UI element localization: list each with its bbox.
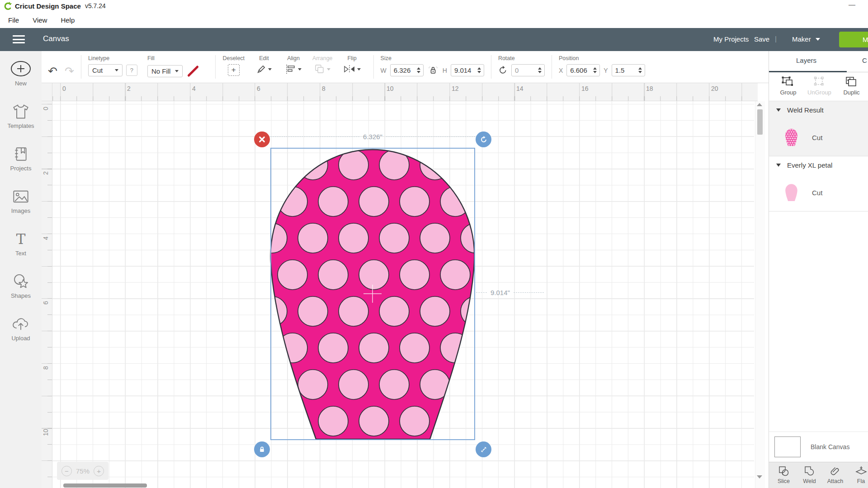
flatten-button[interactable]: Fla <box>848 462 868 488</box>
attach-button[interactable]: Attach <box>822 462 848 488</box>
scroll-down-arrow-icon[interactable] <box>757 475 762 479</box>
design-canvas[interactable]: 0 2 4 6 8 10 12 14 16 18 20 0 2 4 6 8 10 <box>42 83 769 488</box>
position-y-spin-buttons[interactable] <box>636 67 645 74</box>
ruler-corner <box>42 83 52 101</box>
width-input[interactable] <box>391 65 414 75</box>
tab-color-sync[interactable]: C <box>862 56 867 64</box>
vertical-scrollbar-thumb[interactable] <box>757 109 763 135</box>
menu-file[interactable]: File <box>8 16 19 24</box>
ruler-label: 6 <box>42 299 49 306</box>
flatten-icon <box>855 465 868 477</box>
sidebar-item-new[interactable]: New <box>0 60 42 103</box>
hamburger-menu-icon[interactable] <box>13 35 25 43</box>
rotate-label: Rotate <box>498 55 545 63</box>
deselect-label: Deselect <box>222 55 245 63</box>
layer-row-weld-cut[interactable]: Cut <box>769 119 868 156</box>
blank-canvas-row: Blank Canvas <box>769 432 868 462</box>
undo-icon[interactable]: ↶ <box>48 66 57 77</box>
edit-button[interactable] <box>256 64 272 74</box>
height-input[interactable] <box>451 65 475 75</box>
resize-diagonal-icon <box>480 446 487 453</box>
petal-shape[interactable] <box>270 148 475 440</box>
collapse-caret-icon[interactable] <box>776 164 781 167</box>
ruler-label: 10 <box>387 85 394 92</box>
slice-button[interactable]: Slice <box>771 462 797 488</box>
ungroup-button[interactable]: UnGroup <box>804 72 835 101</box>
sidebar-item-upload[interactable]: Upload <box>0 315 42 357</box>
slice-icon <box>778 465 790 477</box>
ungroup-icon <box>812 76 826 88</box>
app-header: Canvas My Projects Save | Maker M <box>0 28 868 51</box>
rotate-handle[interactable] <box>476 131 491 147</box>
arrange-label: Arrange <box>312 55 332 63</box>
arrange-button[interactable] <box>314 64 330 74</box>
lock-handle[interactable] <box>254 441 270 457</box>
linetype-dropdown[interactable]: Cut <box>88 64 123 76</box>
rotate-input[interactable] <box>512 65 535 75</box>
height-value-label: 9.014" <box>491 289 510 296</box>
zoom-level: 75% <box>76 467 90 475</box>
position-y-input[interactable] <box>612 65 636 75</box>
position-x-spin-buttons[interactable] <box>590 67 599 74</box>
align-button[interactable] <box>285 64 302 74</box>
linetype-help-button[interactable]: ? <box>126 65 137 76</box>
flip-label: Flip <box>347 55 356 63</box>
vertical-scrollbar[interactable] <box>755 101 765 488</box>
width-spin-buttons[interactable] <box>414 67 423 74</box>
header-separator: | <box>775 35 777 42</box>
size-lock-icon[interactable] <box>427 65 439 76</box>
zoom-in-button[interactable]: + <box>94 466 104 476</box>
ruler-label: 0 <box>62 85 66 92</box>
width-value-label: 6.326" <box>363 133 382 141</box>
menu-view[interactable]: View <box>33 16 47 24</box>
layer-group-header[interactable]: Everly XL petal <box>769 156 868 174</box>
flip-button[interactable] <box>344 64 361 74</box>
save-link[interactable]: Save <box>754 35 769 43</box>
no-fill-swatch-icon[interactable] <box>186 64 200 78</box>
chevron-down-icon <box>327 68 330 70</box>
canvas-color-swatch[interactable] <box>774 436 801 457</box>
minimize-button[interactable]: — <box>849 0 855 8</box>
duplicate-button[interactable]: Duplic <box>835 72 868 101</box>
arrange-icon <box>314 64 325 74</box>
ruler-label: 18 <box>646 85 653 92</box>
height-spin-buttons[interactable] <box>475 67 484 74</box>
redo-icon[interactable]: ↷ <box>65 66 74 77</box>
menubar: File View Help <box>0 12 868 28</box>
ruler-label: 20 <box>711 85 718 92</box>
sidebar-item-text[interactable]: T Text <box>0 230 42 272</box>
position-x-stepper <box>566 64 600 76</box>
rotate-icon <box>498 66 508 75</box>
edit-label: Edit <box>259 55 269 63</box>
delete-handle[interactable] <box>254 131 270 147</box>
zoom-out-button[interactable]: − <box>61 466 72 476</box>
tshirt-icon <box>12 103 29 121</box>
sidebar-item-templates[interactable]: Templates <box>0 103 42 145</box>
layer-linetype-label: Cut <box>812 189 822 197</box>
sidebar-item-shapes[interactable]: Shapes <box>0 272 42 315</box>
group-button[interactable]: Group <box>773 72 804 101</box>
rotate-spin-buttons[interactable] <box>535 67 544 74</box>
project-book-icon <box>13 145 29 163</box>
weld-button[interactable]: Weld <box>797 462 822 488</box>
layer-thumbnail <box>785 129 797 146</box>
layer-row-everly-cut[interactable]: Cut <box>769 174 868 211</box>
deselect-button[interactable]: + <box>228 64 240 76</box>
menu-help[interactable]: Help <box>61 16 75 24</box>
collapse-caret-icon[interactable] <box>776 108 781 112</box>
sidebar-item-images[interactable]: Images <box>0 188 42 230</box>
ruler-label: 12 <box>452 85 459 92</box>
sidebar-item-projects[interactable]: Projects <box>0 145 42 188</box>
position-x-input[interactable] <box>567 65 590 75</box>
my-projects-link[interactable]: My Projects <box>713 35 749 43</box>
layer-group-header[interactable]: Weld Result <box>769 101 868 119</box>
make-it-button[interactable]: M <box>839 32 868 47</box>
layer-linetype-label: Cut <box>812 134 822 141</box>
scroll-up-arrow-icon[interactable] <box>757 103 762 106</box>
resize-handle[interactable] <box>476 441 491 457</box>
horizontal-scrollbar-thumb[interactable] <box>63 483 147 488</box>
machine-select-dropdown[interactable]: Maker <box>792 35 820 43</box>
fill-dropdown[interactable]: No Fill <box>147 65 183 77</box>
machine-name: Maker <box>792 35 811 43</box>
tab-layers[interactable]: Layers <box>796 56 816 64</box>
